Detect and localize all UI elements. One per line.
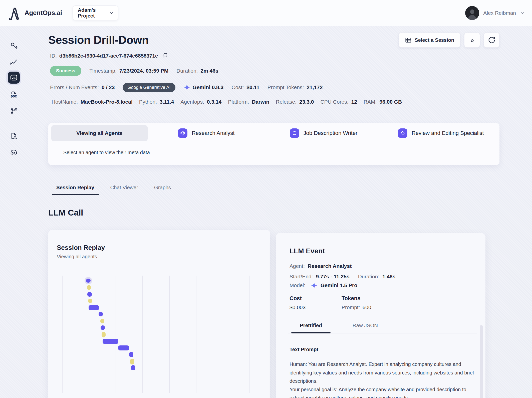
- start-end-label: Start/End:: [290, 274, 313, 280]
- prompt-value: 600: [363, 304, 371, 311]
- text-prompt-body: Human: You are Research Analyst. Expert …: [290, 360, 482, 398]
- python-label: Python:: [139, 99, 157, 105]
- discord-icon[interactable]: [9, 148, 18, 157]
- event-bar[interactable]: [103, 339, 118, 344]
- tab-prettified[interactable]: Prettified: [291, 322, 331, 333]
- cross-agent-icon: [178, 128, 187, 138]
- event-bar[interactable]: [129, 352, 133, 357]
- view-tabs: Session Replay Chat Viewer Graphs: [48, 184, 499, 195]
- tab-graphs[interactable]: Graphs: [154, 184, 171, 190]
- agent-tab-job-description-writer[interactable]: Job Description Writer: [290, 128, 358, 138]
- user-menu[interactable]: Alex Reibman: [465, 6, 525, 20]
- platform-value: Darwin: [252, 99, 269, 105]
- app: AgentOps.ai Adam's Project Alex Reibman: [0, 0, 532, 398]
- host-row: HostName:MacBook-Pro-8.local Python:3.11…: [48, 98, 499, 106]
- agent-tab-research-analyst[interactable]: Research Analyst: [178, 128, 234, 138]
- event-cost-value: $0.003: [290, 304, 306, 311]
- prompt-label: Prompt:: [342, 304, 360, 311]
- event-bar[interactable]: [86, 279, 91, 283]
- agentops-logo-icon: [7, 6, 21, 20]
- session-replay-card: Session Replay Viewing all agents: [48, 230, 270, 398]
- model-label: Model:: [290, 282, 305, 288]
- timestamp-label: Timestamp:: [89, 68, 117, 74]
- event-bar[interactable]: [88, 299, 92, 303]
- main-content: Session Drill-Down Select a Session: [48, 26, 499, 398]
- event-duration-label: Duration:: [358, 274, 379, 280]
- agents-panel: Viewing all Agents Research Analyst: [48, 123, 499, 165]
- svg-text:DOC: DOC: [11, 95, 17, 98]
- event-bar[interactable]: [89, 305, 99, 310]
- errors-label: Errors / Num Events:: [50, 84, 99, 90]
- event-bar[interactable]: [100, 319, 104, 323]
- session-id-row: ID: d3b86b2c-f930-4d17-aee7-674e6858371e: [48, 53, 499, 59]
- release-value: 23.3.0: [299, 99, 314, 105]
- event-bar[interactable]: [130, 359, 134, 364]
- agent-label: Review and Editing Specialist: [412, 130, 484, 136]
- status-row: Success Timestamp:7/23/2024, 03:59 PM Du…: [48, 66, 499, 76]
- session-drilldown-icon[interactable]: [8, 72, 20, 84]
- agent-label: Research Analyst: [192, 130, 234, 136]
- agent-label: Agent:: [290, 263, 305, 269]
- prompt-tokens-label: Prompt Tokens:: [268, 84, 304, 90]
- status-badge: Success: [50, 66, 81, 76]
- chart-gridline: [62, 276, 63, 393]
- text-prompt-heading: Text Prompt: [290, 347, 478, 353]
- agent-tab-review-editing-specialist[interactable]: Review and Editing Specialist: [398, 128, 484, 138]
- project-selector[interactable]: Adam's Project: [73, 6, 118, 20]
- tab-session-replay[interactable]: Session Replay: [56, 184, 94, 190]
- event-bar[interactable]: [118, 345, 129, 350]
- select-session-button[interactable]: Select a Session: [399, 33, 460, 48]
- file-search-icon[interactable]: [9, 131, 18, 140]
- hostname-value: MacBook-Pro-8.local: [81, 99, 133, 105]
- chart-gridline: [249, 276, 250, 393]
- event-duration-value: 1.48s: [382, 274, 396, 280]
- chevrons-up-icon: [469, 37, 475, 43]
- chart-gridline: [196, 276, 196, 393]
- header-actions: Select a Session: [399, 33, 499, 48]
- chart-gridline: [223, 276, 223, 393]
- tokens-header: Tokens: [342, 295, 371, 302]
- docs-icon[interactable]: DOC: [9, 90, 18, 99]
- cpu-label: CPU Cores:: [321, 99, 349, 105]
- viewing-all-agents-tab[interactable]: Viewing all Agents: [51, 125, 148, 141]
- git-branch-icon[interactable]: [9, 106, 18, 115]
- tab-raw-json[interactable]: Raw JSON: [346, 322, 385, 333]
- replay-card-title: Session Replay: [57, 244, 265, 252]
- event-bar[interactable]: [101, 325, 105, 330]
- cpu-value: 12: [351, 99, 357, 105]
- event-bar[interactable]: [87, 292, 92, 297]
- agent-value: Research Analyst: [308, 263, 352, 269]
- copy-icon[interactable]: [161, 53, 168, 59]
- gemini-icon: [311, 282, 318, 289]
- event-bar[interactable]: [99, 312, 103, 316]
- duration-label: Duration:: [176, 68, 198, 74]
- event-bar[interactable]: [131, 365, 135, 370]
- timestamp-value: 7/23/2024, 03:59 PM: [119, 68, 168, 74]
- python-value: 3.11.4: [160, 99, 174, 105]
- event-card-scrollbar[interactable]: [480, 325, 483, 398]
- sidebar-divider: [7, 124, 24, 124]
- sidebar: DOC: [0, 26, 28, 398]
- duration-value: 2m 46s: [200, 68, 218, 74]
- provider-badge: Google Generative AI: [123, 83, 175, 92]
- event-bar[interactable]: [102, 332, 106, 337]
- project-selector-value: Adam's Project: [78, 7, 109, 19]
- agentops-label: Agentops:: [180, 99, 204, 105]
- refresh-icon: [488, 36, 495, 44]
- agent-label: Job Description Writer: [304, 130, 358, 136]
- collapse-button[interactable]: [464, 33, 480, 48]
- errors-value: 0 / 23: [102, 84, 115, 90]
- analytics-icon[interactable]: [9, 57, 18, 66]
- chevron-down-icon: [109, 10, 114, 16]
- key-icon[interactable]: [9, 41, 18, 50]
- event-bar[interactable]: [87, 285, 91, 290]
- brand: AgentOps.ai: [7, 6, 62, 20]
- section-heading: LLM Call: [48, 208, 499, 219]
- model-version: Gemini 0.8.3: [193, 84, 224, 90]
- session-replay-chart: [53, 276, 265, 393]
- refresh-button[interactable]: [484, 33, 499, 48]
- event-card-title: LLM Event: [290, 247, 478, 256]
- gemini-icon: [183, 84, 190, 91]
- session-id: d3b86b2c-f930-4d17-aee7-674e6858371e: [59, 53, 158, 59]
- tab-chat-viewer[interactable]: Chat Viewer: [110, 184, 138, 190]
